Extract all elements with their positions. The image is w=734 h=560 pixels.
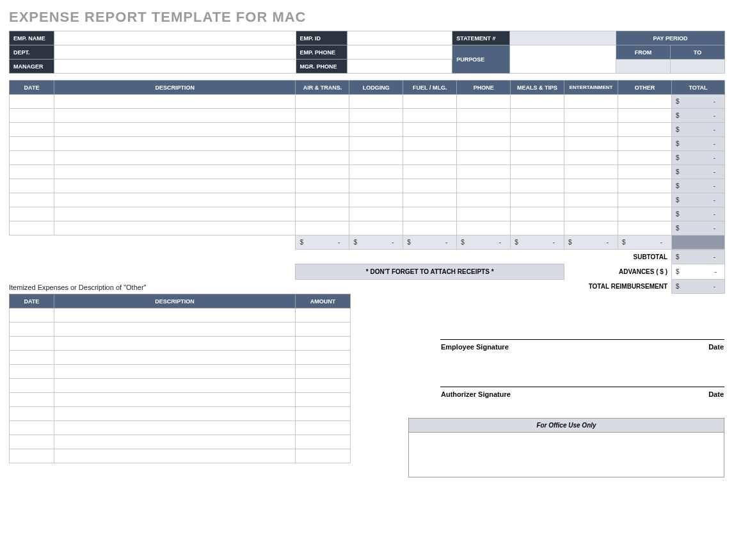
cell-input[interactable] (296, 137, 349, 151)
cell-input[interactable] (54, 365, 295, 379)
cell-input[interactable] (10, 421, 54, 435)
emp-id-field[interactable] (347, 31, 452, 45)
cell-input[interactable] (296, 449, 351, 463)
cell-input[interactable] (457, 193, 511, 207)
cell-input[interactable] (54, 421, 295, 435)
cell-input[interactable] (618, 221, 672, 236)
cell-input[interactable] (403, 193, 457, 207)
cell-input[interactable] (296, 193, 349, 207)
cell-input[interactable] (10, 207, 54, 221)
purpose-field[interactable] (510, 45, 616, 74)
cell-input[interactable] (457, 137, 511, 151)
cell-input[interactable] (457, 95, 511, 109)
cell-input[interactable] (54, 151, 296, 165)
cell-input[interactable] (349, 109, 403, 123)
cell-input[interactable] (564, 123, 618, 137)
cell-input[interactable] (457, 207, 511, 221)
emp-name-field[interactable] (54, 31, 296, 45)
cell-input[interactable] (511, 207, 564, 221)
cell-input[interactable] (54, 137, 296, 151)
from-field[interactable] (616, 60, 671, 74)
cell-input[interactable] (296, 323, 351, 337)
cell-input[interactable] (10, 193, 54, 207)
cell-input[interactable] (10, 123, 54, 137)
emp-phone-field[interactable] (347, 45, 452, 60)
cell-input[interactable] (403, 95, 457, 109)
cell-input[interactable] (54, 193, 296, 207)
cell-input[interactable] (349, 123, 403, 137)
cell-input[interactable] (10, 95, 54, 109)
cell-input[interactable] (54, 351, 295, 365)
cell-input[interactable] (54, 407, 295, 421)
cell-input[interactable] (403, 109, 457, 123)
cell-input[interactable] (54, 337, 295, 351)
cell-input[interactable] (10, 221, 54, 236)
cell-input[interactable] (349, 207, 403, 221)
cell-input[interactable] (54, 165, 296, 179)
cell-input[interactable] (54, 393, 295, 407)
cell-input[interactable] (511, 137, 564, 151)
mgr-phone-field[interactable] (347, 60, 452, 74)
cell-input[interactable] (10, 407, 54, 421)
cell-input[interactable] (54, 179, 296, 193)
cell-input[interactable] (296, 95, 349, 109)
cell-input[interactable] (54, 109, 296, 123)
cell-input[interactable] (349, 151, 403, 165)
to-field[interactable] (671, 60, 725, 74)
cell-input[interactable] (296, 165, 349, 179)
cell-input[interactable] (54, 323, 295, 337)
cell-input[interactable] (296, 365, 351, 379)
cell-input[interactable] (54, 123, 296, 137)
cell-input[interactable] (10, 151, 54, 165)
cell-input[interactable] (457, 165, 511, 179)
cell-input[interactable] (54, 449, 295, 463)
cell-input[interactable] (296, 407, 351, 421)
cell-input[interactable] (349, 179, 403, 193)
cell-input[interactable] (296, 337, 351, 351)
cell-input[interactable] (10, 109, 54, 123)
cell-input[interactable] (10, 393, 54, 407)
cell-input[interactable] (403, 123, 457, 137)
cell-input[interactable] (618, 151, 672, 165)
statement-field[interactable] (510, 31, 616, 45)
cell-input[interactable] (511, 165, 564, 179)
cell-input[interactable] (54, 221, 296, 236)
cell-input[interactable] (511, 95, 564, 109)
cell-input[interactable] (564, 207, 618, 221)
cell-input[interactable] (457, 109, 511, 123)
cell-input[interactable] (403, 137, 457, 151)
cell-input[interactable] (511, 123, 564, 137)
cell-input[interactable] (54, 95, 296, 109)
dept-field[interactable] (54, 45, 296, 60)
cell-input[interactable] (54, 207, 296, 221)
cell-input[interactable] (10, 435, 54, 449)
cell-input[interactable] (457, 123, 511, 137)
cell-input[interactable] (564, 221, 618, 236)
cell-input[interactable] (10, 308, 54, 323)
cell-input[interactable] (296, 123, 349, 137)
cell-input[interactable] (403, 179, 457, 193)
cell-input[interactable] (10, 351, 54, 365)
cell-input[interactable] (296, 351, 351, 365)
cell-input[interactable] (618, 207, 672, 221)
cell-input[interactable] (511, 109, 564, 123)
cell-input[interactable] (10, 137, 54, 151)
cell-input[interactable] (564, 137, 618, 151)
cell-input[interactable] (618, 179, 672, 193)
cell-input[interactable] (618, 165, 672, 179)
cell-input[interactable] (349, 95, 403, 109)
cell-input[interactable] (511, 151, 564, 165)
cell-input[interactable] (10, 323, 54, 337)
cell-input[interactable] (296, 207, 349, 221)
cell-input[interactable] (457, 179, 511, 193)
cell-input[interactable] (457, 151, 511, 165)
cell-input[interactable] (296, 435, 351, 449)
cell-input[interactable] (54, 379, 295, 393)
cell-input[interactable] (618, 123, 672, 137)
cell-input[interactable] (349, 137, 403, 151)
cell-input[interactable] (10, 365, 54, 379)
cell-input[interactable] (349, 165, 403, 179)
cell-input[interactable] (10, 179, 54, 193)
cell-input[interactable] (403, 207, 457, 221)
cell-input[interactable] (349, 221, 403, 236)
